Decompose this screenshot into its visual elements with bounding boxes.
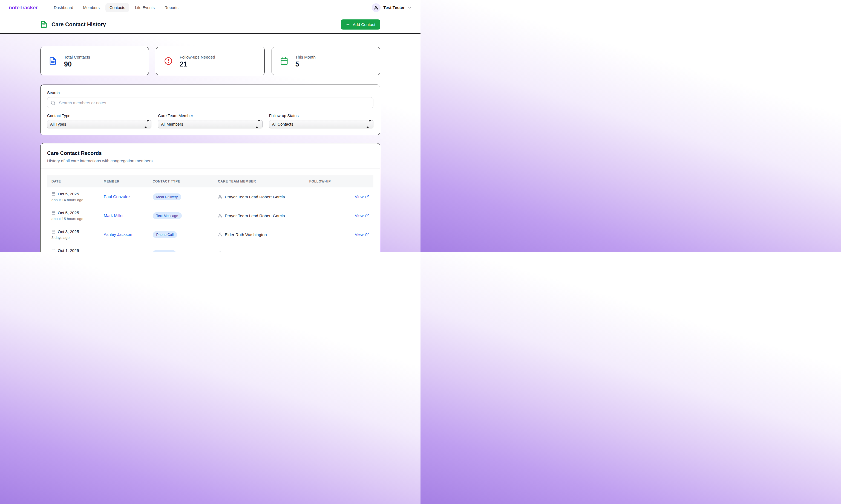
user-menu[interactable]: Test Tester [372, 3, 412, 12]
contact-type-badge: Video Call [153, 250, 176, 252]
record-date: Oct 3, 2025 [58, 229, 79, 234]
calendar-icon [51, 211, 56, 215]
filter-panel: Search Contact Type All Types Care Team … [40, 85, 380, 135]
member-link[interactable]: Mark Miller [104, 251, 124, 252]
record-relative-time: about 15 hours ago [51, 217, 95, 221]
follow-up-status-select[interactable]: All Contacts [269, 120, 373, 128]
calendar-icon [51, 192, 56, 196]
plus-icon [346, 22, 350, 26]
stats-row: Total Contacts 90 Follow-ups Needed 21 T… [40, 47, 380, 75]
search-input[interactable] [47, 97, 373, 108]
stat-card-this-month: This Month 5 [271, 47, 380, 75]
member-link[interactable]: Mark Miller [104, 213, 124, 218]
external-link-icon [365, 233, 369, 236]
view-link[interactable]: View [355, 213, 369, 218]
records-subtitle: History of all care interactions with co… [47, 158, 373, 163]
brand-logo[interactable]: noteTracker [9, 5, 38, 11]
user-name: Test Tester [383, 5, 405, 10]
care-team-member-name: Elder Ruth Washington [225, 232, 267, 237]
external-link-icon [365, 251, 369, 252]
view-link-label: View [355, 194, 364, 199]
contact-type-badge: Phone Call [153, 231, 177, 238]
nav-item-life-events[interactable]: Life Events [131, 3, 159, 12]
column-header-contact-type: CONTACT TYPE [148, 175, 213, 187]
file-text-icon [49, 57, 57, 65]
calendar-icon [51, 230, 56, 234]
record-relative-time: about 14 hours ago [51, 198, 95, 202]
user-icon [374, 5, 378, 10]
main-content: Total Contacts 90 Follow-ups Needed 21 T… [40, 47, 380, 252]
care-team-member-name: Prayer Team Lead Robert Garcia [225, 195, 285, 199]
avatar [372, 3, 381, 12]
table-row: Oct 5, 2025 about 15 hours ago Mark Mill… [47, 206, 373, 225]
chevron-down-icon [407, 5, 412, 10]
view-link-label: View [355, 232, 364, 237]
top-navigation: noteTracker Dashboard Members Contacts L… [0, 0, 421, 15]
follow-up-value: – [309, 194, 312, 199]
user-icon [218, 232, 222, 237]
care-team-member-select[interactable]: All Members [158, 120, 262, 128]
column-header-member: MEMBER [99, 175, 148, 187]
stat-label: Total Contacts [64, 55, 90, 59]
nav-links: Dashboard Members Contacts Life Events R… [50, 3, 182, 12]
view-link[interactable]: View [355, 232, 369, 237]
follow-up-status-label: Follow-up Status [269, 113, 373, 118]
add-contact-button[interactable]: Add Contact [341, 19, 380, 30]
member-link[interactable]: Paul Gonzalez [104, 194, 130, 199]
stat-card-total-contacts: Total Contacts 90 [40, 47, 149, 75]
calendar-icon [280, 57, 288, 65]
nav-item-dashboard[interactable]: Dashboard [50, 3, 77, 12]
records-table: DATE MEMBER CONTACT TYPE CARE TEAM MEMBE… [47, 175, 373, 252]
stat-card-followups-needed: Follow-ups Needed 21 [156, 47, 264, 75]
view-link-label: View [355, 251, 364, 252]
follow-up-value: – [309, 213, 312, 218]
care-team-member-name: Volunteer Coordinator Emily Rodriguez [225, 251, 296, 252]
record-relative-time: 3 days ago [51, 236, 95, 240]
user-icon [218, 213, 222, 218]
stat-value: 5 [295, 61, 316, 68]
view-link-label: View [355, 213, 364, 218]
records-card: Care Contact Records History of all care… [40, 143, 380, 252]
external-link-icon [365, 195, 369, 199]
page-header: Care Contact History Add Contact [0, 15, 421, 34]
filter-follow-up-status: Follow-up Status All Contacts [269, 113, 373, 128]
table-row: Oct 5, 2025 about 14 hours ago Paul Gonz… [47, 187, 373, 206]
alert-circle-icon [164, 57, 173, 65]
stat-label: This Month [295, 55, 316, 59]
follow-up-value: – [309, 232, 312, 237]
nav-item-contacts[interactable]: Contacts [105, 3, 129, 12]
record-date: Oct 1, 2025 [58, 248, 79, 252]
contact-type-badge: Text Message [153, 212, 182, 219]
file-text-icon [40, 21, 48, 28]
add-contact-label: Add Contact [353, 22, 375, 27]
column-header-care-team-member: CARE TEAM MEMBER [213, 175, 305, 187]
view-link[interactable]: View [355, 251, 369, 252]
table-row: Oct 3, 2025 3 days ago Ashley Jackson Ph… [47, 225, 373, 244]
filter-care-team-member: Care Team Member All Members [158, 113, 262, 128]
column-header-follow-up: FOLLOW-UP [305, 175, 344, 187]
care-team-member-name: Prayer Team Lead Robert Garcia [225, 213, 285, 218]
contact-type-badge: Meal Delivery [153, 194, 181, 200]
nav-item-members[interactable]: Members [79, 3, 104, 12]
table-header-row: DATE MEMBER CONTACT TYPE CARE TEAM MEMBE… [47, 175, 373, 187]
external-link-icon [365, 214, 369, 217]
filter-contact-type: Contact Type All Types [47, 113, 152, 128]
view-link[interactable]: View [355, 194, 369, 199]
contact-type-select[interactable]: All Types [47, 120, 152, 128]
stat-label: Follow-ups Needed [180, 55, 215, 59]
table-row: Oct 1, 2025 4 days ago Mark Miller Video… [47, 244, 373, 252]
column-header-date: DATE [47, 175, 99, 187]
page-title: Care Contact History [51, 21, 106, 28]
search-icon [51, 101, 56, 105]
care-team-member-label: Care Team Member [158, 113, 262, 118]
member-link[interactable]: Ashley Jackson [104, 232, 132, 237]
records-title: Care Contact Records [47, 150, 373, 156]
nav-item-reports[interactable]: Reports [160, 3, 182, 12]
contact-type-label: Contact Type [47, 113, 152, 118]
user-icon [218, 251, 222, 252]
search-label: Search [47, 91, 373, 95]
column-header-action [344, 175, 373, 187]
calendar-icon [51, 249, 56, 252]
record-date: Oct 5, 2025 [58, 211, 79, 215]
user-icon [218, 195, 222, 199]
